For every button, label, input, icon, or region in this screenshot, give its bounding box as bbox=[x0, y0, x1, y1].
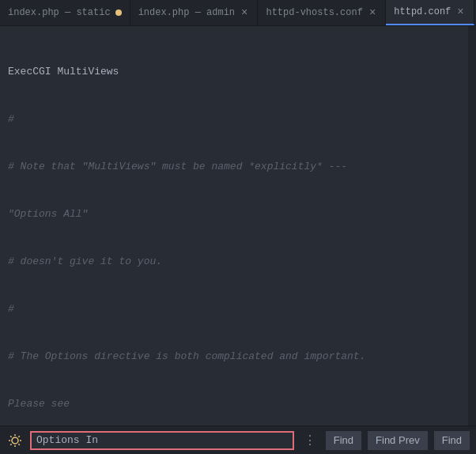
code-line: # bbox=[8, 301, 460, 317]
tab-index-admin[interactable]: index.php — admin × bbox=[130, 0, 259, 25]
code-line: # Note that "MultiViews" must be named *… bbox=[8, 159, 460, 175]
search-input[interactable] bbox=[30, 431, 294, 450]
code-line: Please see bbox=[8, 396, 460, 412]
editor-area: ExecCGI MultiViews # # Note that "MultiV… bbox=[0, 26, 476, 426]
find-button[interactable]: Find bbox=[326, 431, 361, 450]
svg-line-6 bbox=[18, 444, 19, 445]
scrollbar[interactable] bbox=[468, 26, 476, 426]
tab-close-icon[interactable]: × bbox=[240, 6, 249, 19]
settings-icon[interactable] bbox=[6, 432, 24, 449]
tab-dot bbox=[115, 9, 122, 16]
tab-label: index.php — admin bbox=[138, 7, 235, 18]
find-next-button[interactable]: Find bbox=[434, 431, 470, 450]
more-options-icon[interactable]: ⋮ bbox=[300, 433, 319, 448]
code-line: # The Options directive is both complica… bbox=[8, 349, 460, 365]
tab-label: index.php — static bbox=[8, 7, 111, 18]
svg-line-8 bbox=[10, 444, 11, 445]
bottom-bar: ⋮ Find Find Prev Find bbox=[0, 426, 476, 454]
code-line: "Options All" bbox=[8, 206, 460, 222]
tab-index-static[interactable]: index.php — static bbox=[0, 0, 130, 25]
find-prev-button[interactable]: Find Prev bbox=[368, 431, 428, 450]
code-line: # doesn't give it to you. bbox=[8, 254, 460, 270]
svg-line-5 bbox=[10, 436, 11, 437]
svg-point-0 bbox=[12, 437, 18, 444]
code-line: ExecCGI MultiViews bbox=[8, 64, 460, 80]
code-content[interactable]: ExecCGI MultiViews # # Note that "MultiV… bbox=[0, 26, 468, 426]
tab-httpd-vhosts[interactable]: httpd-vhosts.conf × bbox=[258, 0, 386, 25]
svg-line-7 bbox=[18, 436, 19, 437]
tab-label: httpd-vhosts.conf bbox=[266, 7, 362, 18]
code-line: # bbox=[8, 112, 460, 127]
tab-httpd-conf[interactable]: httpd.conf × bbox=[386, 0, 474, 25]
tab-close-icon[interactable]: × bbox=[455, 6, 465, 18]
tab-bar: index.php — static index.php — admin × h… bbox=[0, 0, 476, 26]
tab-label: httpd.conf bbox=[394, 6, 451, 17]
tab-close-icon[interactable]: × bbox=[368, 6, 377, 19]
